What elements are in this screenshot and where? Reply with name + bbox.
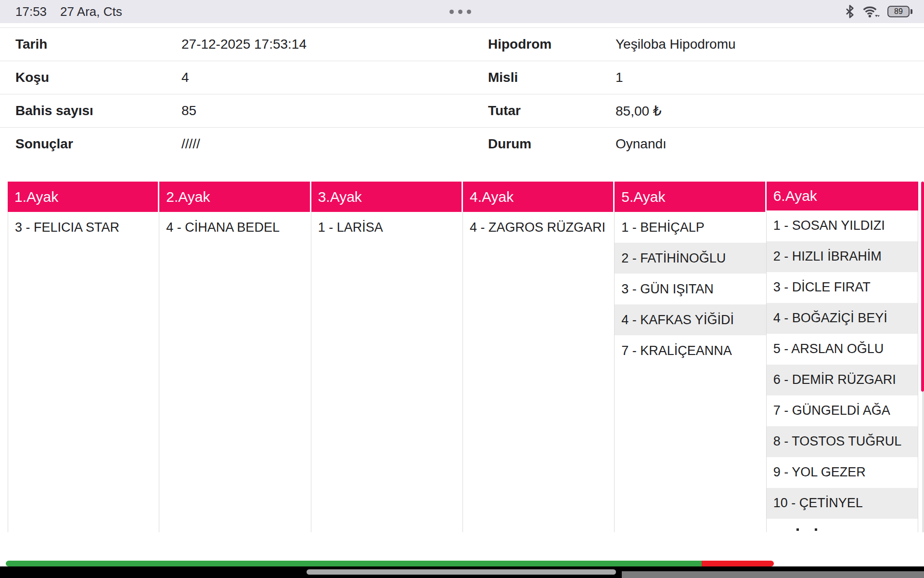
horse-cell: 1 - LARİSA <box>311 212 462 243</box>
info-row-tarih: Tarih 27-12-2025 17:53:14 <box>0 27 462 61</box>
info-row-tutar: Tutar 85,00 ₺ <box>462 94 924 127</box>
horse-cell: 3 - GÜN IŞITAN <box>615 274 766 304</box>
horse-cell: 4 - ZAGROS RÜZGARI <box>463 212 614 243</box>
bluetooth-icon <box>845 4 855 19</box>
info-value: 1 <box>616 70 623 85</box>
leg-header-6: 6.Ayak <box>767 182 918 210</box>
horse-cell: 9 - YOL GEZER <box>767 457 918 488</box>
leg-header-2: 2.Ayak <box>159 182 311 212</box>
info-row-bahis-sayisi: Bahis sayısı 85 <box>0 94 462 127</box>
horse-cell: 10 - ÇETİNYEL <box>767 488 918 519</box>
info-label: Sonuçlar <box>0 136 181 152</box>
leg-header-4: 4.Ayak <box>463 182 615 212</box>
leg-column-6: 6.Ayak 1 - SOSAN YILDIZI 2 - HIZLI İBRAH… <box>767 182 918 532</box>
status-ellipsis-icon <box>449 0 471 23</box>
leg-column-3: 3.Ayak 1 - LARİSA <box>311 182 463 532</box>
leg-column-5: 5.Ayak 1 - BEHİÇALP 2 - FATİHİNOĞLU 3 - … <box>615 182 766 532</box>
horse-cell-cutoff <box>767 519 918 532</box>
leg-body-2: 4 - CİHANA BEDEL <box>159 212 311 532</box>
horse-cell: 1 - BEHİÇALP <box>615 212 766 243</box>
horse-cell: 1 - SOSAN YILDIZI <box>767 210 918 241</box>
wifi-icon <box>862 4 880 19</box>
info-value: 85,00 ₺ <box>616 103 662 119</box>
info-label: Bahis sayısı <box>0 103 181 118</box>
leg-column-4: 4.Ayak 4 - ZAGROS RÜZGARI <box>463 182 615 532</box>
horse-cell: 4 - BOĞAZİÇİ BEYİ <box>767 303 918 334</box>
scrollbar-thumb[interactable] <box>921 182 924 392</box>
horse-cell: 6 - DEMİR RÜZGARI <box>767 365 918 395</box>
info-value: ///// <box>181 136 200 152</box>
horse-cell: 4 - CİHANA BEDEL <box>159 212 310 243</box>
horse-cell: 2 - FATİHİNOĞLU <box>615 243 766 274</box>
info-label: Tarih <box>0 37 181 52</box>
screen: 17:53 27 Ara, Cts <box>0 0 924 578</box>
info-label: Koşu <box>0 70 181 85</box>
info-label: Durum <box>462 136 616 152</box>
horse-cell: 2 - HIZLI İBRAHİM <box>767 241 918 272</box>
info-row-misli: Misli 1 <box>462 61 924 94</box>
battery-icon: 89 <box>887 6 912 17</box>
result-bar-red <box>702 561 774 566</box>
horse-cell: 7 - KRALİÇEANNA <box>615 335 766 366</box>
horse-cell: 3 - DİCLE FIRAT <box>767 272 918 303</box>
leg-body-4: 4 - ZAGROS RÜZGARI <box>463 212 615 532</box>
leg-body-5: 1 - BEHİÇALP 2 - FATİHİNOĞLU 3 - GÜN IŞI… <box>615 212 766 532</box>
info-row-durum: Durum Oynandı <box>462 127 924 160</box>
horse-cell: 4 - KAFKAS YİĞİDİ <box>615 304 766 335</box>
nav-gray-strip <box>622 571 924 578</box>
info-row-sonuclar: Sonuçlar ///// <box>0 127 462 160</box>
leg-body-3: 1 - LARİSA <box>311 212 463 532</box>
horse-cell: 3 - FELICIA STAR <box>8 212 159 243</box>
bet-info-table: Tarih 27-12-2025 17:53:14 Koşu 4 Bahis s… <box>0 27 924 160</box>
info-value: Yeşiloba Hipodromu <box>616 37 736 52</box>
info-label: Misli <box>462 70 616 85</box>
battery-level: 89 <box>894 7 903 16</box>
leg-header-3: 3.Ayak <box>311 182 463 212</box>
info-value: 4 <box>181 70 189 85</box>
horse-cell: 7 - GÜNGELDİ AĞA <box>767 395 918 426</box>
result-bar-green <box>6 561 702 566</box>
status-date: 27 Ara, Cts <box>60 4 122 19</box>
status-bar: 17:53 27 Ara, Cts <box>0 0 924 23</box>
leg-header-1: 1.Ayak <box>8 182 159 212</box>
info-value: 85 <box>181 103 196 118</box>
clock: 17:53 <box>15 4 47 19</box>
leg-body-6: 1 - SOSAN YILDIZI 2 - HIZLI İBRAHİM 3 - … <box>767 210 918 532</box>
leg-column-2: 2.Ayak 4 - CİHANA BEDEL <box>159 182 311 532</box>
gesture-handle[interactable] <box>307 569 616 575</box>
leg-body-1: 3 - FELICIA STAR <box>8 212 159 532</box>
horse-cell: 5 - ARSLAN OĞLU <box>767 334 918 365</box>
info-row-kosu: Koşu 4 <box>0 61 462 94</box>
info-label: Tutar <box>462 103 616 118</box>
info-row-hipodrom: Hipodrom Yeşiloba Hipodromu <box>462 27 924 61</box>
leg-header-5: 5.Ayak <box>615 182 766 212</box>
info-value: 27-12-2025 17:53:14 <box>181 37 307 52</box>
info-label: Hipodrom <box>462 37 616 52</box>
info-value: Oynandı <box>616 136 667 152</box>
legs-table: 1.Ayak 3 - FELICIA STAR 2.Ayak 4 - CİHAN… <box>8 182 918 532</box>
leg-column-1: 1.Ayak 3 - FELICIA STAR <box>8 182 159 532</box>
horse-cell: 8 - TOSTOS TUĞRUL <box>767 426 918 457</box>
